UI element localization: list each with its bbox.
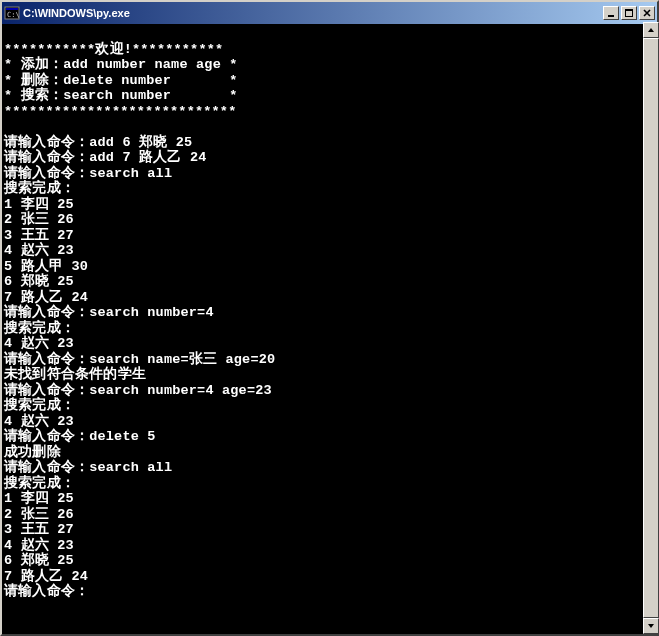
scroll-down-button[interactable] <box>643 618 659 634</box>
vertical-scrollbar[interactable] <box>643 22 659 634</box>
svg-text:C:\: C:\ <box>7 11 20 19</box>
window-title: C:\WINDOWS\py.exe <box>23 7 603 19</box>
svg-rect-5 <box>625 9 633 11</box>
scroll-up-button[interactable] <box>643 22 659 38</box>
titlebar[interactable]: C:\ C:\WINDOWS\py.exe <box>2 2 657 24</box>
svg-rect-3 <box>608 15 614 17</box>
console-output[interactable]: ***********欢迎!*********** * 添加：add numbe… <box>2 24 657 634</box>
minimize-button[interactable] <box>603 6 619 20</box>
close-button[interactable] <box>639 6 655 20</box>
maximize-button[interactable] <box>621 6 637 20</box>
scroll-thumb[interactable] <box>643 38 659 618</box>
svg-rect-1 <box>6 8 18 10</box>
window-controls <box>603 6 655 20</box>
scroll-track[interactable] <box>643 38 659 618</box>
app-icon: C:\ <box>4 5 20 21</box>
command-prompt-window: C:\ C:\WINDOWS\py.exe ***********欢迎!****… <box>0 0 659 636</box>
